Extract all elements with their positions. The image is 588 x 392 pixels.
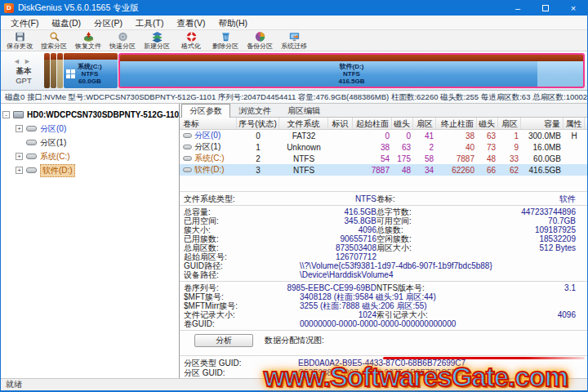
detail-row-volume-guid: 卷GUID:00000000-0000-0000-0000-0000000000… <box>180 319 587 328</box>
table-row-partition-0[interactable]: 分区(0) 0 FAT32 0 0 41 38 63 1 300.0MB H <box>180 130 587 141</box>
window-title: DiskGenius V5.6.0.1565 专业版 <box>18 2 504 14</box>
detail-row: 已用空间:345.8GB 可用空间:70.7GB <box>180 216 587 225</box>
delete-partition-icon <box>220 31 232 42</box>
menu-tools[interactable]: 工具(T) <box>129 16 170 30</box>
system-migration-icon <box>288 31 301 42</box>
toolbar: 保存更改 搜索分区 恢复文件 快速分区 新建分区 格式化 删除分区 备份分区 <box>1 30 587 51</box>
search-partition-button[interactable]: 搜索分区 <box>37 31 71 50</box>
status-text: 就绪 <box>6 380 22 389</box>
expand-icon[interactable]: + <box>16 167 23 174</box>
menu-view[interactable]: 查看(V) <box>170 16 212 30</box>
watermark-text: www.SoftwaresGate.com <box>264 362 588 392</box>
recover-files-button[interactable]: 恢复文件 <box>71 31 105 50</box>
diskgenius-window: D DiskGenius V5.6.0.1565 专业版 – × 文件(F) 磁… <box>0 0 588 392</box>
detail-row: 起始扇区号:126707712 <box>180 252 587 261</box>
partition-block-small[interactable] <box>57 53 63 88</box>
app-icon: D <box>4 3 14 13</box>
backup-partition-icon <box>254 31 266 42</box>
partition-block-msr[interactable] <box>51 53 56 88</box>
detail-row: 已用簇数:90655716 空闲簇数:18532209 <box>180 234 587 243</box>
detail-row: 文件记录大小:1024 索引记录大小:4096 <box>180 310 587 319</box>
analyze-button[interactable]: 分析 <box>194 334 253 347</box>
window-controls: – × <box>504 1 587 16</box>
windows-logo-icon <box>66 69 75 78</box>
disk-type-label: 基本 <box>16 66 32 76</box>
save-changes-button[interactable]: 保存更改 <box>2 31 37 50</box>
partition-strip: 系统(C:) NTFS 60.0GB 软件(D:) NTFS 416.5GB <box>44 53 585 88</box>
delete-partition-button[interactable]: 删除分区 <box>208 31 243 50</box>
tab-partition-parameters[interactable]: 分区参数 <box>181 104 230 118</box>
menu-file[interactable]: 文件(F) <box>4 16 45 30</box>
watermark-red-line <box>383 357 585 359</box>
partition-details: 文件系统类型:NTFS 卷标:软件 总容量:416.5GB 总字节数:44723… <box>180 192 587 378</box>
partition-d-name: 软件(D:) <box>338 63 364 70</box>
tree-item-partition-0[interactable]: + 分区(0) <box>2 122 177 136</box>
format-button[interactable]: 格式化 <box>174 31 208 50</box>
table-row-software-d-selected[interactable]: 软件(D:) 3 NTFS 7887 48 34 62260 66 62 416… <box>180 164 587 176</box>
partition-c-name: 系统(C:) <box>78 63 102 70</box>
partition-icon <box>26 154 37 159</box>
right-panel: 分区参数 浏览文件 扇区编辑 卷标 序号(状态) 文件系统 标识 起始柱面 磁头… <box>180 104 587 378</box>
allocation-map-area <box>180 349 587 354</box>
partition-d-fs: NTFS <box>338 70 364 78</box>
table-row-partition-1[interactable]: 分区(1) 1 Unknown 38 63 2 40 73 9 16.0MB <box>180 141 587 153</box>
partition-icon <box>183 145 192 149</box>
menu-help[interactable]: 帮助(H) <box>212 16 254 30</box>
tab-sector-edit[interactable]: 扇区编辑 <box>279 104 328 117</box>
next-disk-icon[interactable]: ► <box>24 57 34 65</box>
analyze-row: 分析 数据分配情况图: <box>180 332 587 349</box>
save-icon <box>14 31 26 42</box>
partition-d-size: 416.5GB <box>338 78 364 85</box>
format-icon <box>185 31 198 42</box>
tab-bar: 分区参数 浏览文件 扇区编辑 <box>180 104 587 118</box>
system-migration-button[interactable]: 系统迁移 <box>277 31 311 50</box>
recover-files-icon <box>82 31 95 42</box>
table-row-system-c[interactable]: 系统(C:) 2 NTFS 54 175 58 7887 48 33 60.0G… <box>180 153 587 164</box>
disk-info-line: 磁盘0 接口:NVMe 型号:WDCPCSN730SDBPNTY-512G-11… <box>1 91 587 104</box>
detail-row-mft: $MFT簇号:3408128 (柱面:9584 磁头:91 扇区:44) <box>180 292 587 301</box>
minimize-button[interactable]: – <box>504 1 532 16</box>
prev-disk-icon[interactable]: ◄ <box>13 57 24 65</box>
detail-row: 文件系统类型:NTFS 卷标:软件 <box>180 194 587 203</box>
table-header: 卷标 序号(状态) 文件系统 标识 起始柱面 磁头 扇区 终止柱面 磁头 扇区 … <box>180 118 587 130</box>
tree-item-disk-hd0[interactable]: - HD0:WDCPCSN730SDBPNTY-512G-1101(477GB) <box>2 108 177 122</box>
detail-row: 总扇区数:873503408 扇区大小:512 Bytes <box>180 243 587 252</box>
tab-browse-files[interactable]: 浏览文件 <box>230 104 279 117</box>
menu-disk[interactable]: 磁盘(D) <box>45 16 87 30</box>
disk-icon <box>13 111 24 118</box>
collapse-icon: - <box>2 111 10 118</box>
menubar: 文件(F) 磁盘(D) 分区(P) 工具(T) 查看(V) 帮助(H) <box>1 16 587 30</box>
new-partition-button[interactable]: 新建分区 <box>140 31 174 50</box>
tree-item-system-c[interactable]: + 系统(C:) <box>2 149 177 163</box>
partition-tree: - HD0:WDCPCSN730SDBPNTY-512G-1101(477GB)… <box>1 104 180 378</box>
partition-block-d-selected[interactable]: 软件(D:) NTFS 416.5GB <box>118 53 585 88</box>
partition-block-c[interactable]: 系统(C:) NTFS 60.0GB <box>64 53 118 88</box>
partition-block-esp[interactable] <box>44 53 50 88</box>
maximize-button[interactable] <box>532 1 559 16</box>
partition-icon <box>183 156 192 161</box>
disk-nav: ◄► 基本 GPT <box>3 53 44 88</box>
search-icon <box>48 31 60 42</box>
expand-icon[interactable]: + <box>16 125 23 132</box>
close-button[interactable]: × <box>559 1 587 16</box>
partition-icon <box>26 167 37 173</box>
disk-scheme-label: GPT <box>16 76 32 86</box>
menu-partition[interactable]: 分区(P) <box>87 16 129 30</box>
tree-item-partition-1[interactable]: 分区(1) <box>2 136 177 149</box>
free-space-shade <box>537 61 583 87</box>
partition-c-size: 60.0GB <box>78 78 102 85</box>
partition-c-fs: NTFS <box>78 70 102 78</box>
detail-row: 总容量:416.5GB 总字节数:447233744896 <box>180 207 587 216</box>
maximize-icon <box>542 5 549 11</box>
expand-icon[interactable]: + <box>16 153 23 160</box>
quick-partition-icon <box>117 31 129 42</box>
detail-row: 卷序列号:8985-EEBC-CE99-69BD NTFS版本号:3.1 <box>180 283 587 292</box>
backup-partition-button[interactable]: 备份分区 <box>243 31 277 50</box>
detail-row-guid-path: GUID路径:\\?\Volume{c53f9381-1d97-4db6-907… <box>180 261 587 270</box>
quick-partition-button[interactable]: 快速分区 <box>105 31 140 50</box>
tree-item-software-d[interactable]: + 软件(D:) <box>2 163 177 177</box>
detail-row: 簇大小:4096 总簇数:109187925 <box>180 225 587 234</box>
titlebar: D DiskGenius V5.6.0.1565 专业版 – × <box>1 1 587 16</box>
partition-icon <box>183 133 192 138</box>
detail-row-device-path: 设备路径:\Device\HarddiskVolume4 <box>180 270 587 279</box>
